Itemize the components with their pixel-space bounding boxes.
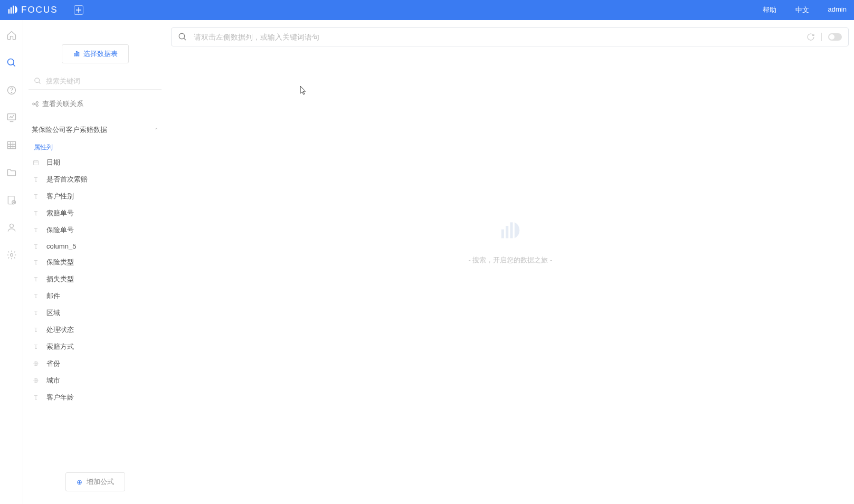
svg-rect-1 (11, 7, 12, 14)
text-type-icon (33, 327, 40, 333)
plus-icon: ⊕ (77, 478, 82, 486)
cursor-sprite (300, 85, 307, 95)
view-relation-link[interactable]: 查看关联关系 (29, 90, 162, 116)
column-label: 是否首次索赔 (46, 175, 88, 184)
column-item[interactable]: 省份 (29, 355, 162, 372)
select-table-label: 选择数据表 (83, 49, 118, 59)
geo-type-icon (33, 377, 40, 384)
search-icon (178, 32, 187, 42)
main-search-input[interactable] (194, 33, 800, 41)
svg-rect-24 (506, 226, 509, 238)
date-type-icon (33, 159, 40, 166)
column-item[interactable]: 损失类型 (29, 271, 162, 288)
divider (821, 33, 822, 41)
nav-folder-icon[interactable] (6, 167, 17, 178)
tree-section-label: 属性列 (29, 139, 162, 154)
nav-settings-icon[interactable] (6, 249, 17, 261)
column-label: 损失类型 (46, 274, 74, 284)
column-item[interactable]: 是否首次索赔 (29, 171, 162, 188)
nav-chart-icon[interactable] (6, 112, 17, 123)
column-label: 保险单号 (46, 225, 74, 235)
column-item[interactable]: 日期 (29, 154, 162, 171)
nav-home-icon[interactable] (6, 30, 17, 41)
search-icon (34, 77, 42, 85)
svg-rect-23 (501, 229, 504, 238)
language-toggle[interactable]: 中文 (795, 5, 809, 15)
nav-table-icon[interactable] (6, 139, 17, 151)
svg-point-15 (35, 78, 40, 83)
nav-search-icon[interactable] (6, 57, 17, 69)
column-label: 客户年龄 (46, 393, 74, 402)
brand-logo: FOCUS (7, 5, 58, 15)
svg-point-11 (10, 254, 13, 256)
svg-point-10 (10, 224, 13, 227)
text-type-icon (33, 243, 40, 250)
column-label: 处理状态 (46, 325, 74, 335)
column-label: 省份 (46, 359, 60, 368)
empty-state-text: - 搜索，开启您的数据之旅 - (469, 255, 553, 265)
column-item[interactable]: 客户年龄 (29, 389, 162, 406)
column-label: 客户性别 (46, 192, 74, 201)
text-type-icon (33, 227, 40, 233)
text-type-icon (33, 276, 40, 282)
nav-config-icon[interactable] (6, 194, 17, 206)
column-label: column_5 (46, 242, 76, 250)
tree-root-label: 某保险公司客户索赔数据 (32, 125, 107, 135)
svg-point-3 (7, 59, 14, 65)
text-type-icon (33, 344, 40, 350)
text-type-icon (33, 310, 40, 316)
column-label: 索赔单号 (46, 208, 74, 218)
column-item[interactable]: 处理状态 (29, 321, 162, 338)
column-item[interactable]: 索赔方式 (29, 338, 162, 355)
column-label: 索赔方式 (46, 342, 74, 351)
text-type-icon (33, 193, 40, 199)
view-relation-label: 查看关联关系 (42, 99, 83, 109)
column-item[interactable]: 保险类型 (29, 254, 162, 271)
column-item[interactable]: 区域 (29, 305, 162, 321)
svg-rect-0 (8, 9, 10, 13)
new-tab-button[interactable] (74, 5, 83, 15)
empty-state: - 搜索，开启您的数据之旅 - (469, 221, 553, 265)
help-link[interactable]: 帮助 (763, 5, 776, 15)
svg-point-5 (11, 92, 12, 93)
column-label: 区域 (46, 308, 60, 318)
text-type-icon (33, 293, 40, 299)
nav-help-icon[interactable] (6, 84, 17, 96)
svg-point-18 (36, 104, 39, 107)
user-menu[interactable]: admin (828, 5, 847, 15)
mode-toggle[interactable] (828, 33, 842, 41)
text-type-icon (33, 394, 40, 401)
text-type-icon (33, 176, 40, 183)
column-item[interactable]: 保险单号 (29, 222, 162, 239)
tree-root[interactable]: 某保险公司客户索赔数据 ⌃ (29, 121, 162, 139)
geo-type-icon (33, 360, 40, 367)
svg-rect-13 (76, 51, 77, 56)
column-item[interactable]: 邮件 (29, 288, 162, 305)
add-formula-label: 增加公式 (87, 477, 114, 487)
select-table-button[interactable]: 选择数据表 (62, 44, 129, 63)
column-label: 日期 (46, 158, 60, 167)
refresh-icon[interactable] (806, 33, 815, 41)
column-label: 邮件 (46, 291, 60, 301)
svg-rect-14 (78, 52, 79, 56)
svg-rect-2 (13, 6, 14, 14)
svg-point-17 (36, 101, 39, 103)
column-label: 城市 (46, 376, 60, 385)
svg-point-22 (179, 33, 185, 39)
svg-rect-7 (7, 141, 15, 148)
column-item[interactable]: 客户性别 (29, 188, 162, 205)
column-label: 保险类型 (46, 258, 74, 267)
empty-state-icon (500, 221, 521, 244)
brand-icon (7, 5, 18, 15)
brand-text: FOCUS (21, 5, 58, 15)
svg-rect-8 (8, 196, 14, 204)
sidebar-search-input[interactable] (46, 77, 156, 85)
nav-user-icon[interactable] (6, 222, 17, 233)
column-item[interactable]: 索赔单号 (29, 205, 162, 222)
column-item[interactable]: 城市 (29, 372, 162, 389)
text-type-icon (33, 210, 40, 216)
chevron-up-icon: ⌃ (154, 127, 158, 133)
text-type-icon (33, 259, 40, 265)
add-formula-button[interactable]: ⊕ 增加公式 (65, 472, 125, 491)
column-item[interactable]: column_5 (29, 239, 162, 254)
